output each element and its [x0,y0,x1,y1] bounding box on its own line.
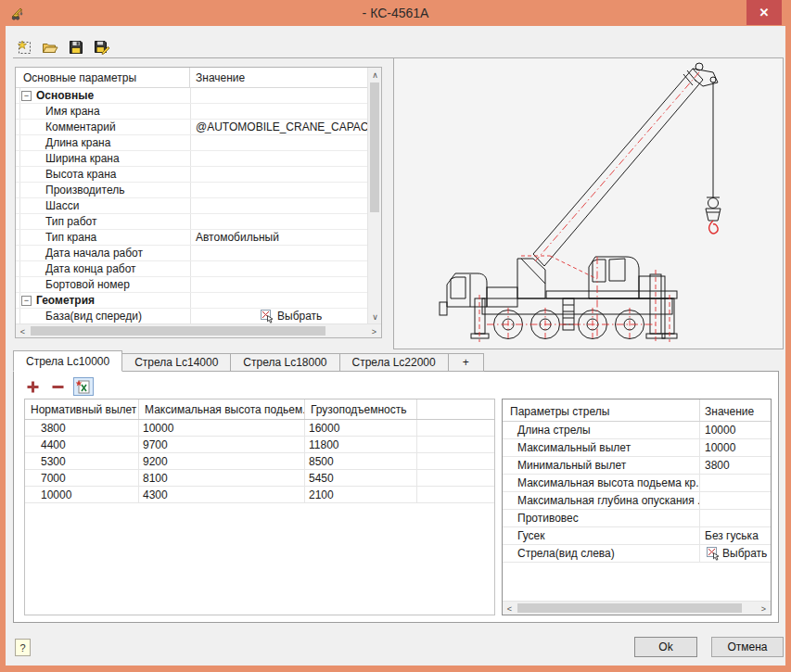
table-cell[interactable]: 5450 [305,470,417,486]
table-cell[interactable]: 9700 [139,437,305,452]
hscroll-thumb[interactable] [517,603,742,613]
select-image-button[interactable]: Выбрать [261,310,322,323]
collapse-minus-icon[interactable]: − [21,91,32,101]
add-tab-button[interactable]: + [448,353,484,372]
parameter-row[interactable]: Максимальный вылет10000 [503,439,771,457]
property-row[interactable]: База(вид спереди)Выбрать [16,309,367,323]
scroll-right-icon[interactable]: > [367,324,381,338]
parameter-label: Длина стрелы [503,422,700,438]
parameter-row[interactable]: Максимальная глубина опускания ... [503,492,771,510]
collapse-minus-icon[interactable]: − [21,296,32,306]
add-row-icon[interactable] [23,377,42,396]
table-cell[interactable]: 11800 [305,437,417,452]
property-label: Тип работ [16,215,190,228]
remove-row-icon[interactable] [48,377,67,396]
property-label: Геометрия [16,294,190,307]
parameter-row[interactable]: Длина стрелы10000 [503,422,771,439]
property-grid-hscrollbar[interactable]: < > [16,323,381,337]
parameter-value[interactable]: 3800 [700,457,771,474]
property-row[interactable]: −Геометрия [16,293,367,309]
parameter-label: Минимальный вылет [503,457,700,474]
parameter-value[interactable]: 10000 [700,422,771,438]
table-cell[interactable]: 2100 [305,487,417,502]
parameter-row[interactable]: ГусекБез гуська [503,527,771,545]
scroll-left-icon[interactable]: < [16,324,30,338]
property-row[interactable]: Бортовой номер [16,277,367,293]
table-cell-filler [417,437,494,452]
save-as-icon[interactable] [93,38,111,57]
table-cell[interactable]: 4300 [139,487,305,502]
crane-preview-panel [393,57,784,349]
property-value[interactable]: Автомобильный [190,231,367,244]
boom-panel-hscrollbar[interactable]: < > [503,601,771,615]
table-row[interactable]: 4400970011800 [25,437,494,453]
parameter-value[interactable] [700,492,771,509]
table-cell[interactable]: 8100 [139,470,305,486]
property-row[interactable]: Длина крана [16,135,367,151]
export-excel-icon[interactable] [73,377,94,396]
tab-boom-1[interactable]: Стрела Lc14000 [121,353,231,372]
table-cell[interactable]: 7000 [25,470,139,486]
tab-boom-2[interactable]: Стрела Lc18000 [230,353,339,372]
open-folder-icon[interactable] [41,38,59,57]
table-cell[interactable]: 8500 [305,453,417,469]
boom-table-rows: Длина стрелы10000Максимальный вылет10000… [503,422,771,563]
property-row[interactable]: Производитель [16,183,367,198]
table-cell[interactable]: 10000 [139,420,305,436]
select-image-button[interactable]: Выбрать [707,547,767,561]
scroll-down-icon[interactable]: ∨ [368,310,382,323]
property-value[interactable]: @AUTOMOBILE_CRANE_CAPACITY; [190,120,367,133]
parameter-row[interactable]: Стрела(вид слева)Выбрать [503,545,771,563]
table-cell[interactable]: 10000 [25,487,139,502]
parameter-value[interactable] [700,510,771,526]
scroll-left-icon[interactable]: < [503,602,517,615]
hscroll-thumb[interactable] [31,326,325,336]
scroll-right-icon[interactable]: > [757,602,771,615]
cancel-button[interactable]: Отмена [711,637,784,657]
property-row[interactable]: Тип кранаАвтомобильный [16,230,367,246]
table-row[interactable]: 1000043002100 [25,487,494,503]
property-label: Шасси [16,199,190,212]
parameter-row[interactable]: Минимальный вылет3800 [503,457,771,475]
property-label: База(вид спереди) [16,310,190,323]
parameter-value[interactable]: 10000 [700,439,771,456]
table-cell[interactable]: 5300 [25,453,139,469]
vscroll-thumb[interactable] [370,82,379,212]
property-row[interactable]: Имя крана [16,104,367,120]
table-row[interactable]: 38001000016000 [25,420,494,437]
tab-boom-3[interactable]: Стрела Lc22000 [339,353,449,372]
table-cell[interactable]: 3800 [25,420,139,436]
property-row[interactable]: Дата начала работ [16,246,367,261]
new-file-icon[interactable] [15,38,33,57]
save-icon[interactable] [67,38,85,57]
close-button[interactable]: ✕ [746,0,782,25]
scroll-up-icon[interactable]: ∧ [368,68,382,82]
property-label: Комментарий [16,120,190,133]
table-cell[interactable]: 4400 [25,437,139,452]
load-capacity-table: Нормативный вылет Максимальная высота по… [24,399,495,615]
tab-boom-0[interactable]: Стрела Lc10000 [13,350,122,372]
property-row[interactable]: Тип работ [16,214,367,230]
parameter-value[interactable] [700,475,771,491]
parameter-value[interactable]: Без гуська [700,527,771,544]
table-row[interactable]: 530092008500 [25,453,494,470]
property-row[interactable]: −Основные [16,88,367,104]
property-value[interactable]: Выбрать [190,310,367,323]
table-cell-filler [417,420,494,436]
parameter-row[interactable]: Противовес [503,510,771,527]
help-button[interactable]: ? [15,639,31,656]
property-row[interactable]: Комментарий@AUTOMOBILE_CRANE_CAPACITY; [16,120,367,135]
table-cell[interactable]: 16000 [305,420,417,436]
parameter-row[interactable]: Максимальная высота подьема кр... [503,475,771,492]
property-row[interactable]: Дата конца работ [16,261,367,277]
property-row[interactable]: Шасси [16,198,367,214]
property-label: Производитель [16,184,190,197]
property-row[interactable]: Ширина крана [16,151,367,167]
table-cell[interactable]: 9200 [139,453,305,469]
parameter-value[interactable]: Выбрать [700,545,771,562]
property-label: Ширина крана [16,152,190,165]
ok-button[interactable]: Ok [634,637,697,657]
property-row[interactable]: Высота крана [16,167,367,183]
property-grid-vscrollbar[interactable]: ∧ ∨ [367,68,381,323]
table-row[interactable]: 700081005450 [25,470,494,487]
